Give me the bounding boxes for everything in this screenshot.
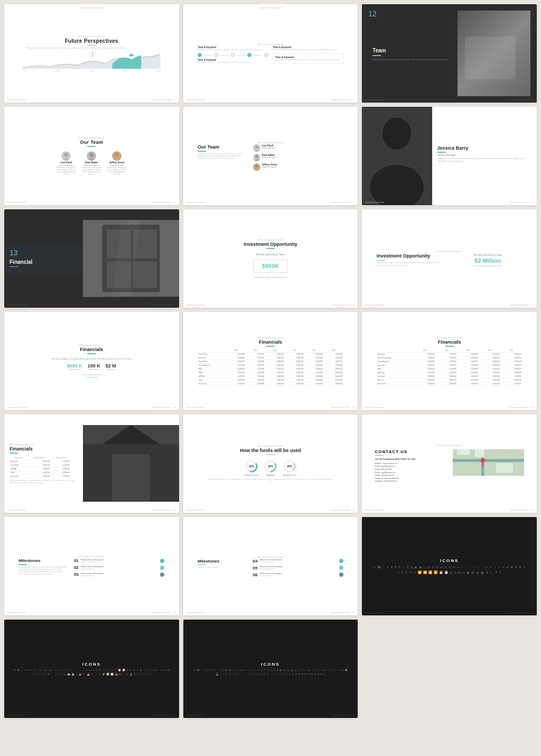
team-list-item-2: Dave Baker Product Manager ftin	[253, 154, 343, 161]
section-header-5: @fruitsp presentation	[258, 141, 284, 144]
timeline-line-1	[204, 55, 212, 56]
slide-milestones-right: @fruitsp presentation Milestones Please …	[183, 517, 358, 615]
jessica-info: Jessica Barry General Manager Please wri…	[432, 107, 537, 205]
jessica-underline	[437, 152, 446, 153]
contact-underline	[375, 455, 384, 456]
section-header-15: @fruitsp presentation	[436, 444, 462, 447]
slide-our-team-3col: @fruitsp presentation Our Team Lisa Flec…	[4, 107, 179, 205]
team-list-right: Lisa Fleck Design Manager ftin Dave Bake…	[253, 144, 343, 171]
slide-footer-8: Financial Content Here Financial Content…	[186, 304, 355, 306]
svg-point-8	[254, 150, 259, 152]
desc-1: Please write a description of your conte…	[27, 48, 156, 50]
member-name-1: Lisa Fleck	[60, 161, 72, 164]
timeline-line-3	[237, 55, 246, 56]
member-desc-3: Please write a description of your conte…	[106, 167, 127, 176]
financials-table-right-title: Financials	[438, 339, 461, 345]
timeline-line-2	[220, 55, 229, 56]
financials-stats-desc: We are looking for 12 months financing t…	[52, 357, 132, 360]
slide-future-perspectives-1: Future Perspectives @fruitsp presentatio…	[4, 4, 179, 103]
milestones-underline-right	[198, 565, 206, 566]
team-list-underline	[198, 151, 206, 152]
fin-split-desc: Please write a description of your conte…	[10, 480, 78, 484]
icons-dark-grid-2: ✉☎⌂✈★♥⚙✓☰◎▶◀⬡⊕ ⊖⊗⊘⊙←→↑↓⇐⇒⬅➡⬆⬇ ↩↺↻⟲⟳⏰⌚⊞⊟▲…	[11, 668, 173, 676]
slide-financials-table-right: @fruitsp presentation Financials 2019202…	[362, 312, 537, 410]
slide-footer-16: Financial Content Here Financial Content…	[7, 612, 176, 614]
investment-split-desc: Please write a description of your conte…	[377, 262, 446, 266]
slide-footer-2: Financial Content Here Financial Content…	[186, 99, 355, 101]
financials-stats-title: Financials	[80, 347, 103, 352]
team-dark-image	[458, 11, 530, 96]
icons-dark-title-1: ICONS	[440, 558, 459, 563]
milestone-dot-1	[160, 559, 164, 563]
section-header-8: @fruitsp presentation	[258, 238, 284, 241]
member-desc-1: Please write a description of your conte…	[55, 167, 77, 176]
team-dark-layout: Team Please write a description of your …	[368, 11, 530, 96]
fin-stat-1: $680 K Angel Round	[67, 363, 82, 371]
pie-pct-2: 35%	[268, 465, 273, 468]
pie-pct-1: 40%	[249, 465, 254, 468]
team-photo-overlay	[465, 36, 516, 79]
member-name-2: Dave Baker	[85, 161, 98, 164]
slide-footer-17: Financial Content Here Financial Content…	[186, 612, 355, 614]
fin-table-center: 201820192020202120222023 Total of Year0,…	[198, 349, 343, 386]
slide-footer-13: Financial Content Here Financial Content…	[7, 509, 176, 511]
slide-footer-18: Financial Content Here Financial Content…	[365, 612, 534, 614]
social-icons-3: ftin	[262, 169, 277, 171]
financials-stats-underline	[87, 353, 96, 354]
pie-chart-1: 40%	[244, 459, 259, 474]
slide-footer-19: Financial Content Here Financial Content…	[7, 714, 176, 716]
timeline-dot-2	[214, 53, 218, 57]
timeline-dot-1	[198, 53, 202, 57]
timeline-2	[198, 53, 268, 57]
svg-point-2	[63, 158, 69, 161]
member-desc-2: Please write a description of your conte…	[81, 167, 102, 176]
pie-chart-3: 25%	[282, 459, 297, 474]
social-icons-2: ftin	[262, 159, 276, 161]
slide-title-1: Future Perspectives	[65, 38, 118, 44]
financial-number: 13	[10, 248, 78, 257]
timeline-line-4	[254, 55, 262, 56]
svg-point-11	[255, 164, 258, 168]
slide-jessica-barry: Jessica Barry General Manager Please wri…	[362, 107, 537, 205]
slide-our-team-list: @fruitsp presentation Our Team Please wr…	[183, 107, 358, 205]
milestones-items-right: 04 Please write a description of your co…	[253, 559, 343, 577]
fin-split-table: End of YearSecond of YearThird of Year R…	[10, 456, 71, 478]
timeline-dot-3	[231, 53, 235, 57]
slide-contact-us: @fruitsp presentation CONTACT US 123 FIF…	[362, 414, 537, 513]
pie-label-3: Operations Cost	[283, 474, 296, 476]
milestone-dot-3	[160, 573, 164, 577]
investment-split-raising: We are planning to raise	[473, 253, 502, 256]
milestone-content-5: Please write a description of your conte…	[259, 566, 337, 570]
slide-label-1: Future Perspectives	[4, 6, 179, 9]
investment-split-amount: $2 Million	[474, 257, 501, 264]
fin-split-image	[83, 425, 179, 502]
team-list-item-1: Lisa Fleck Design Manager ftin	[253, 144, 343, 152]
slide-team-dark: 12 Team Please write a description of yo…	[362, 4, 537, 103]
slide-footer-6: Financial Content Here Financial Content…	[365, 201, 534, 204]
svg-point-38	[480, 458, 484, 463]
investment-split-through: through the sale of preferred stock	[474, 265, 502, 267]
slide-financial-dark: 13 Financial Financial Content	[4, 209, 179, 308]
slide-label-2: Future Perspectives	[183, 6, 358, 9]
pie-item-2: 35% Marketing	[263, 459, 278, 476]
list-member-info-2: Dave Baker Product Manager ftin	[262, 154, 276, 161]
chart-area-1	[23, 52, 161, 69]
fin-stats-row: $680 K Angel Round 100 K Active Users $2…	[67, 363, 116, 371]
avatar-jeffrey	[112, 151, 122, 161]
section-header-14: @fruitsp presentation	[258, 445, 284, 447]
pie-label-1: Human Resource	[244, 474, 258, 476]
title-underline-1	[87, 45, 96, 46]
how-funds-title: How the funds will be used	[240, 448, 301, 453]
milestone-num-2: 02	[74, 565, 79, 570]
investment-split-left: Investment Opportunity Please write a de…	[377, 254, 449, 266]
slide-footer-14: Financial Content Here Financial Content…	[186, 509, 355, 511]
slide-financials-split: @fruitsp presentation Financials End of …	[4, 414, 179, 513]
fin-table-right: 20192020202120222023 Revenues0,000,0000,…	[377, 349, 523, 386]
contact-map	[453, 449, 524, 476]
pie-chart-2: 35%	[263, 459, 278, 474]
milestone-dot-2	[160, 566, 164, 570]
team-member-1: Lisa Fleck General Manager Please write …	[55, 151, 77, 176]
team-list-left: Our Team Please write a description of y…	[198, 144, 249, 159]
list-member-info-3: Jeffrey Green Software Engineer ftin	[262, 163, 277, 171]
keyword-box-2: Time & Keyword Please write a descriptio…	[273, 53, 343, 64]
